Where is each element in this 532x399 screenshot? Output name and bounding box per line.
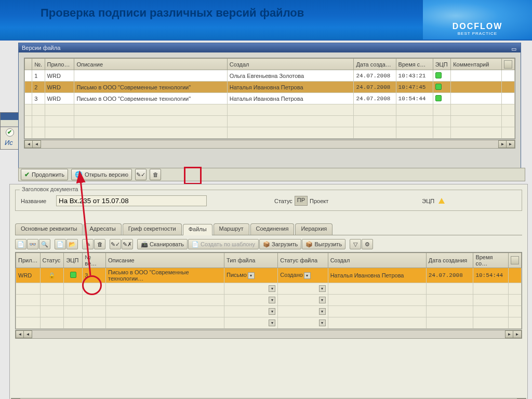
dropdown-icon[interactable]: ▾ xyxy=(319,297,326,303)
globe-icon: 🌐 xyxy=(75,171,83,178)
load-button[interactable]: 📦 Загрузить xyxy=(259,239,301,249)
header-row: №. Прило… Описание Создал Дата созда… Вр… xyxy=(25,59,515,70)
status-label: Статус xyxy=(274,198,292,204)
continue-button[interactable]: ✔Продолжить xyxy=(21,169,68,180)
ecp-indicator xyxy=(435,72,442,78)
header-row: Прил… Статус ЭЦП № ве… Описание Тип файл… xyxy=(16,253,522,268)
table-row: ▾▾ xyxy=(16,317,522,329)
create-template-button[interactable]: 📄 Создать по шаблону xyxy=(188,239,259,249)
check-icon[interactable]: ✔ xyxy=(6,128,14,137)
tab-recipients[interactable]: Адресаты xyxy=(84,223,121,235)
sign2-icon[interactable]: ✎✗ xyxy=(122,239,133,249)
annotation-highlight xyxy=(184,167,202,184)
edit-icon[interactable]: ✎ xyxy=(82,239,94,249)
dropdown-icon[interactable]: ▾ xyxy=(248,272,255,279)
new-icon[interactable]: 📄 xyxy=(55,239,66,249)
name-input[interactable] xyxy=(56,195,207,206)
scroll-left-icon[interactable]: ◄ xyxy=(32,140,41,148)
tab-secrecy[interactable]: Гриф секретности xyxy=(123,223,182,235)
files-toolbar: 📄 👓 🔍 📄 📂 ✎ 🗑 ✎✓ ✎✗ 📠 Сканировать 📄 Созд… xyxy=(15,238,522,250)
dropdown-icon[interactable]: ▾ xyxy=(269,285,275,292)
status-text: Проект xyxy=(310,198,328,204)
sign-icon[interactable]: ✎✓ xyxy=(110,239,121,249)
delete-button[interactable]: 🗑 xyxy=(150,169,161,180)
dropdown-icon[interactable]: ▾ xyxy=(269,297,275,303)
download-icon: 📦 xyxy=(305,241,313,248)
unload-button[interactable]: 📦 Выгрузить xyxy=(302,239,345,249)
ecp-indicator xyxy=(70,272,76,278)
tab-route[interactable]: Маршрут xyxy=(214,223,249,235)
background-window-stub: ✔ Ис xyxy=(0,112,19,150)
dropdown-icon[interactable]: ▾ xyxy=(304,272,311,279)
dropdown-icon[interactable]: ▾ xyxy=(269,320,275,326)
warning-icon xyxy=(438,198,445,204)
table-row: ▾▾ xyxy=(16,306,522,317)
settings-icon[interactable]: ⚙ xyxy=(362,239,373,249)
template-icon: 📄 xyxy=(192,241,199,248)
status-code: ПР xyxy=(295,196,308,206)
scroll-left-icon[interactable]: ◄ xyxy=(23,330,32,338)
scan-button[interactable]: 📠 Сканировать xyxy=(137,239,188,249)
trash-icon: 🗑 xyxy=(153,171,158,178)
table-row xyxy=(25,116,515,127)
scroll-right-icon[interactable]: ► xyxy=(506,140,515,148)
column-config-icon[interactable] xyxy=(511,256,519,264)
horizontal-scrollbar[interactable]: ◄ ◄ ► ► xyxy=(15,330,522,339)
versions-table[interactable]: №. Прило… Описание Создал Дата созда… Вр… xyxy=(24,58,515,139)
table-row xyxy=(25,127,515,139)
dropdown-icon[interactable]: ▾ xyxy=(269,308,275,315)
upload-icon: 📦 xyxy=(263,241,270,248)
tab-hierarchy[interactable]: Иерархия xyxy=(295,223,332,235)
doc-header-group: Заголовок документа Название Статус ПР П… xyxy=(15,190,522,211)
horizontal-scrollbar[interactable]: ◄ ◄ ► ► xyxy=(24,140,515,149)
dropdown-icon[interactable]: ▾ xyxy=(319,320,326,326)
tab-main-props[interactable]: Основные реквизиты xyxy=(15,223,83,235)
lock-icon: 🔒 xyxy=(48,272,56,278)
open-icon[interactable]: 📂 xyxy=(66,239,78,249)
check-icon: ✔ xyxy=(24,171,30,178)
sign-check-button[interactable]: ✎✓ xyxy=(135,169,147,180)
popup-toolbar: ✔Продолжить 🌐Открыть версию ✎✓ 🗑 xyxy=(18,168,525,181)
tool-icon[interactable]: 📄 xyxy=(15,239,26,249)
page-title: Проверка подписи различных версий файлов xyxy=(41,6,304,20)
page-banner: Проверка подписи различных версий файлов… xyxy=(0,0,532,41)
ecp-label: ЭЦП xyxy=(422,198,434,204)
open-version-button[interactable]: 🌐Открыть версию xyxy=(71,169,132,180)
signature-icon: ✎✓ xyxy=(136,171,145,178)
table-row[interactable]: 1WRDОльга Евгеньевна Золотова24.07.20081… xyxy=(25,70,515,82)
tabstrip: Основные реквизиты Адресаты Гриф секретн… xyxy=(15,223,522,235)
table-row: ▾▾ xyxy=(16,295,522,306)
ecp-indicator xyxy=(435,84,442,90)
table-row xyxy=(25,104,515,116)
close-icon[interactable]: ▭ xyxy=(511,44,518,51)
file-versions-popup: Версии файла ▭ №. Прило… Описание Создал… xyxy=(18,43,521,174)
logo: DOCFLOW BEST PRACTICE xyxy=(423,0,532,39)
column-config-icon[interactable] xyxy=(504,60,512,69)
dropdown-icon[interactable]: ▾ xyxy=(319,285,326,292)
popup-titlebar[interactable]: Версии файла ▭ xyxy=(19,43,521,52)
table-row[interactable]: 2WRDПисьмо в ООО "Современные технологии… xyxy=(25,82,515,93)
filter-icon[interactable]: ▽ xyxy=(350,239,361,249)
trash-icon[interactable]: 🗑 xyxy=(94,239,105,249)
ecp-indicator xyxy=(435,95,442,101)
scroll-right-icon[interactable]: ► xyxy=(513,330,522,338)
annotation-circle xyxy=(82,275,102,295)
dropdown-icon[interactable]: ▾ xyxy=(319,308,326,315)
table-row[interactable]: 3WRDПисьмо в ООО "Современные технологии… xyxy=(25,93,515,104)
scanner-icon: 📠 xyxy=(141,241,148,248)
name-label: Название xyxy=(21,198,56,204)
tool-icon[interactable]: 👓 xyxy=(27,239,38,249)
tab-files[interactable]: Файлы xyxy=(183,224,212,235)
tool-icon[interactable]: 🔍 xyxy=(39,239,50,249)
tab-connections[interactable]: Соединения xyxy=(250,223,295,235)
